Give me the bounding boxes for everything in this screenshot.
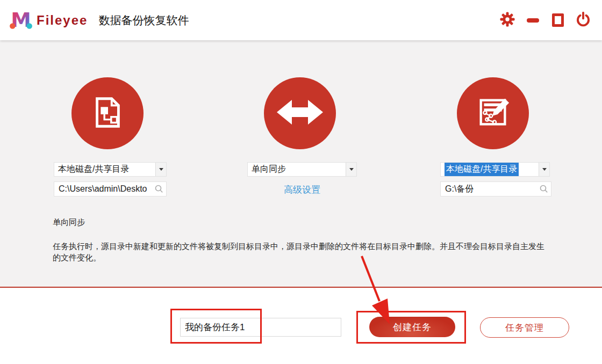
advanced-settings-link[interactable]: 高级设置 xyxy=(247,184,357,196)
brand-name: Fileyee xyxy=(37,13,88,28)
chevron-down-icon[interactable] xyxy=(539,163,549,176)
target-path-input[interactable] xyxy=(440,181,551,196)
title-bar: M Fileyee 数据备份恢复软件 xyxy=(0,0,602,40)
source-type-value: 本地磁盘/共享目录 xyxy=(58,164,129,175)
source-circle xyxy=(71,77,144,149)
sync-mode-dropdown[interactable]: 单向同步 xyxy=(247,162,357,177)
source-file-icon xyxy=(89,94,126,133)
fileyee-window: M Fileyee 数据备份恢复软件 xyxy=(0,0,602,364)
settings-button[interactable] xyxy=(499,12,515,29)
source-path-input[interactable] xyxy=(54,181,167,196)
chevron-down-icon[interactable] xyxy=(346,163,356,176)
target-circle xyxy=(457,77,529,149)
sync-mode-description: 任务执行时，源目录中新建和更新的文件将被复制到目标目录中，源目录中删除的文件将在… xyxy=(53,241,548,263)
app-title: 数据备份恢复软件 xyxy=(98,13,189,28)
sync-mode-value: 单向同步 xyxy=(252,164,286,175)
sync-circle xyxy=(264,77,336,149)
maximize-button[interactable] xyxy=(550,12,566,29)
target-type-value-selected: 本地磁盘/共享目录 xyxy=(445,163,519,176)
gear-icon xyxy=(500,12,515,29)
task-manage-button[interactable]: 任务管理 xyxy=(480,317,569,338)
create-task-button[interactable]: 创建任务 xyxy=(369,317,455,337)
double-arrow-icon xyxy=(275,96,325,131)
minimize-icon xyxy=(527,18,539,23)
maximize-icon xyxy=(552,13,564,27)
source-type-dropdown[interactable]: 本地磁盘/共享目录 xyxy=(54,162,167,177)
power-button[interactable] xyxy=(575,12,591,29)
fileyee-logo-icon: M xyxy=(9,7,33,34)
minimize-button[interactable] xyxy=(525,12,541,29)
target-type-dropdown[interactable]: 本地磁盘/共享目录 xyxy=(440,162,550,177)
chevron-down-icon[interactable] xyxy=(155,163,166,176)
task-name-input[interactable] xyxy=(180,318,341,337)
edit-document-icon xyxy=(475,94,511,133)
sync-mode-title: 单向同步 xyxy=(53,217,85,228)
power-icon xyxy=(575,11,591,30)
